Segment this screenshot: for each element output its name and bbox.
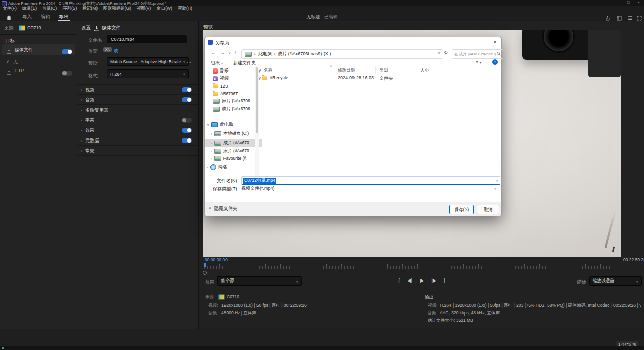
help-icon[interactable]: ?	[492, 59, 498, 65]
sidebar-item-network[interactable]: › 网络	[205, 164, 257, 171]
sidebar-item-videos[interactable]: ▶ 视频	[205, 75, 264, 82]
video-toggle[interactable]	[182, 87, 192, 92]
scrub-handle[interactable]	[203, 271, 207, 275]
sidebar-item-drive-favourite[interactable]: › Favourite (\\	[205, 155, 262, 162]
maximize-button[interactable]: □	[625, 0, 633, 5]
sidebar-item-folder-123[interactable]: 123	[205, 83, 264, 90]
minimize-button[interactable]: –	[614, 0, 622, 5]
preset-ellipsis-icon[interactable]: …	[187, 59, 192, 64]
menu-window[interactable]: 窗口(W)	[156, 6, 172, 12]
expander-right-icon[interactable]: ›	[211, 141, 212, 146]
sidebar-item-drive-final-selected[interactable]: › 成片 (\\Ax670	[205, 139, 262, 147]
menu-graphics[interactable]: 图形和标题(G)	[103, 6, 131, 12]
section-video[interactable]: › 视频	[77, 84, 198, 95]
savetype-dropdown[interactable]: 视频文件(*.mp4) ∨	[241, 185, 496, 192]
sidebar-item-drive-raw-tree[interactable]: › 原片 (\\Ax670	[205, 148, 262, 155]
column-header-size[interactable]: 大小	[420, 67, 429, 74]
column-divider[interactable]	[334, 66, 334, 74]
column-divider[interactable]	[458, 66, 458, 74]
address-caret-icon[interactable]: ∨	[438, 51, 440, 55]
destination-group-label[interactable]: 无	[13, 59, 18, 65]
expander-down-icon[interactable]: ∨	[207, 123, 209, 127]
computer-icon	[211, 122, 218, 127]
nav-history-caret-icon[interactable]: ∨	[228, 51, 231, 55]
step-forward-icon[interactable]: |▶	[431, 277, 436, 283]
sidebar-item-music[interactable]: ♪ 音乐	[205, 67, 264, 75]
zoom-dropdown[interactable]: 缩放以适合 ∨	[589, 276, 642, 286]
save-button[interactable]: 保存(S)	[449, 205, 474, 214]
metadata-toggle[interactable]	[182, 138, 192, 143]
column-header-date[interactable]: 修改日期	[338, 67, 355, 74]
refresh-icon[interactable]: ↻	[444, 50, 448, 55]
sidebar-item-drive-raw[interactable]: 原片 (\\Ax6706	[205, 98, 264, 105]
filename-input[interactable]: C0710.mp4	[107, 35, 187, 43]
audio-toggle[interactable]	[182, 97, 192, 102]
range-dropdown[interactable]: 整个源 ∨	[217, 276, 302, 286]
sidebar-scrollbar-thumb[interactable]	[256, 67, 258, 133]
sidebar-item-drive-final[interactable]: 成片 (\\Ax6706	[205, 106, 264, 113]
file-row-recycle[interactable]: #Recycle 2024-09-28 16:03 文件夹	[260, 75, 498, 82]
breadcrumb-this-pc[interactable]: 此电脑	[258, 51, 272, 57]
ftp-toggle[interactable]	[62, 71, 72, 76]
savetype-caret-icon[interactable]: ∨	[494, 187, 496, 190]
column-divider[interactable]	[416, 66, 416, 74]
destination-media-file[interactable]: 媒体文件 …	[2, 44, 75, 55]
menu-clip[interactable]: 剪辑(C)	[42, 6, 57, 12]
section-metadata[interactable]: › 元数据	[77, 135, 198, 146]
mark-out-icon[interactable]: }	[444, 277, 445, 283]
address-bar[interactable]: > 此电脑 > 成片 (\\Ax6706t-nas9) (X:)	[241, 49, 443, 59]
media-file-ellipsis-icon[interactable]: …	[52, 46, 57, 51]
breadcrumb-current-folder[interactable]: 成片 (\\Ax6706t-nas9) (X:)	[278, 51, 331, 57]
tab-import[interactable]: 导入	[22, 14, 32, 20]
destination-menu-ellipsis-icon[interactable]: …	[65, 37, 70, 42]
captions-toggle[interactable]	[182, 118, 192, 123]
tab-edit[interactable]: 编辑	[41, 14, 50, 20]
effects-toggle[interactable]	[182, 128, 192, 133]
section-captions[interactable]: › 字幕	[77, 115, 198, 125]
expander-right-icon[interactable]: ›	[211, 132, 212, 136]
column-divider[interactable]	[375, 66, 376, 74]
search-box[interactable]: 在 成片 (\\Ax6706t-nas9) (…	[452, 49, 503, 59]
play-icon[interactable]: ▶	[420, 277, 424, 283]
column-header-name[interactable]: 名称	[264, 67, 272, 74]
format-dropdown[interactable]: H.264 ∨	[107, 69, 189, 78]
organize-button[interactable]: 组织 ▾	[211, 60, 223, 66]
expander-right-icon[interactable]: ›	[207, 165, 208, 170]
menu-help[interactable]: 帮助(H)	[178, 6, 192, 12]
sidebar-item-this-pc[interactable]: ∨ 此电脑	[205, 121, 257, 128]
nav-forward-icon[interactable]: →	[220, 50, 225, 55]
new-folder-button[interactable]: 新建文件夹	[233, 60, 256, 66]
hide-folders-button[interactable]: 隐藏文件夹	[214, 205, 237, 212]
menu-markers[interactable]: 标记(M)	[82, 6, 98, 12]
cancel-button[interactable]: 取消	[477, 205, 499, 214]
expander-right-icon[interactable]: ›	[211, 149, 212, 154]
menu-edit[interactable]: 编辑(E)	[22, 6, 37, 12]
menu-file[interactable]: 文件(F)	[3, 6, 17, 12]
timeline-ruler[interactable]	[204, 263, 630, 270]
sidebar-item-local-disk-c[interactable]: › 本地磁盘 (C:)	[205, 130, 262, 137]
section-audio[interactable]: › 音频	[77, 94, 198, 105]
preset-dropdown[interactable]: Match Source - Adaptive High Bitrate ∨	[107, 57, 189, 66]
view-options-button[interactable]: ≡ ▾	[476, 60, 481, 65]
menu-view[interactable]: 视图(V)	[137, 6, 151, 12]
section-general[interactable]: › 常规	[77, 145, 198, 156]
dialog-filename-input[interactable]: C0712剪辑.mp4 ∨	[241, 176, 500, 185]
sidebar-item-folder-a56706t[interactable]: A56706T	[205, 90, 264, 97]
expander-right-icon[interactable]: ›	[211, 156, 212, 161]
dialog-close-icon[interactable]: ×	[494, 39, 497, 45]
step-back-icon[interactable]: ◀|	[407, 277, 412, 283]
column-header-type[interactable]: 类型	[379, 67, 388, 74]
section-multiplexer[interactable]: › 多路复用器	[77, 104, 198, 115]
destination-ftp[interactable]: FTP	[2, 66, 75, 76]
nav-back-icon[interactable]: ←	[211, 50, 216, 55]
mark-in-icon[interactable]: {	[398, 277, 400, 283]
media-file-toggle[interactable]	[62, 49, 72, 54]
chevron-down-icon[interactable]: ∨	[6, 59, 9, 64]
nav-up-icon[interactable]: ↑	[234, 50, 237, 55]
menu-sequence[interactable]: 序列(S)	[62, 6, 77, 12]
hide-folders-caret-icon[interactable]: ∧	[209, 206, 211, 210]
filename-caret-icon[interactable]: ∨	[496, 179, 498, 182]
close-button[interactable]: ×	[635, 0, 643, 5]
section-effects[interactable]: › 效果	[77, 125, 198, 135]
location-link[interactable]: 成..	[114, 48, 121, 54]
